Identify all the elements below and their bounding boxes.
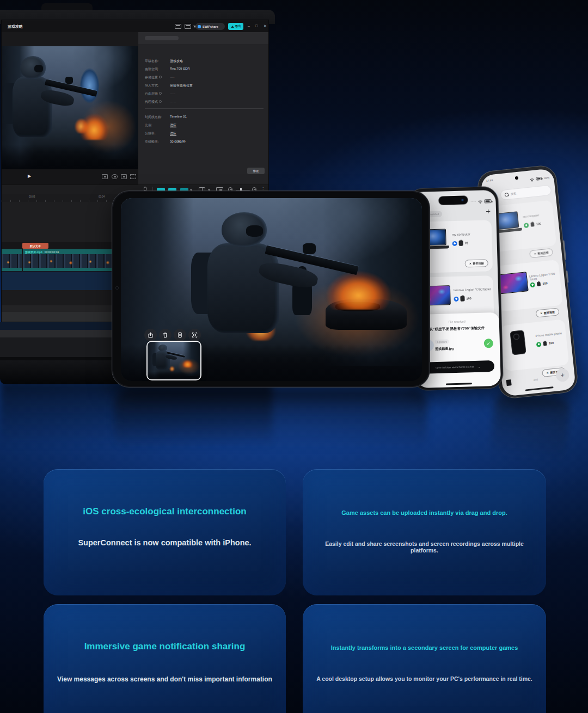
prop-value: 保留在原有位置 xyxy=(170,83,193,88)
tablet-reflection xyxy=(114,390,427,450)
feature-subtitle: View messages across screens and don't m… xyxy=(56,675,274,683)
text-clip[interactable]: 默认文本 xyxy=(22,243,48,249)
prop-value: ----- xyxy=(170,76,174,79)
play-button[interactable]: ▶ xyxy=(28,174,31,179)
feature-title: Instantly transforms into a secondary sc… xyxy=(317,644,531,651)
minimize-button[interactable]: – xyxy=(248,23,250,29)
device-name: iPhone mobile phone xyxy=(535,331,562,337)
phone-reflection xyxy=(489,391,571,464)
success-check-icon: ✓ xyxy=(484,339,493,348)
wifi-icon xyxy=(477,196,482,206)
prop-label: 分辨率: xyxy=(145,131,156,136)
share-button[interactable] xyxy=(144,329,157,341)
focus-icon[interactable] xyxy=(112,174,118,179)
feature-title: Game assets can be uploaded instantly vi… xyxy=(317,509,531,516)
prop-value: --- --- xyxy=(170,100,176,103)
battery-icon xyxy=(459,241,463,246)
disconnect-button[interactable]: ×断开连接 xyxy=(529,248,553,258)
open-folder-button[interactable]: Open the folder where the file is saved … xyxy=(422,360,495,374)
search-icon xyxy=(505,193,509,197)
device-name: my computer xyxy=(452,232,470,236)
document-icon[interactable] xyxy=(506,379,512,386)
prop-label: 导入方式: xyxy=(145,83,159,88)
feature-card-ios-interconnection: iOS cross-ecological interconnection Sup… xyxy=(44,469,286,595)
upload-icon xyxy=(231,26,234,28)
battery-level: 100 xyxy=(466,297,471,300)
modify-button[interactable]: 修改 xyxy=(247,168,265,174)
feature-subtitle: A cool desktop setup allows you to monit… xyxy=(315,675,534,682)
close-icon: × xyxy=(469,262,471,265)
share-app-icon xyxy=(198,25,201,28)
device-card[interactable]: Lenovo Legion Y700 Tablet 100 ×断开连接 xyxy=(494,260,563,312)
signal-dots: ···· xyxy=(470,200,476,203)
panel-split-icon[interactable] xyxy=(185,24,191,29)
connected-icon xyxy=(524,223,529,228)
notes-button[interactable] xyxy=(174,329,186,341)
tablet-mockup xyxy=(112,190,430,388)
share-account-button[interactable]: SWIPshare xyxy=(195,23,225,30)
battery-icon xyxy=(536,176,542,180)
add-device-button[interactable]: + xyxy=(486,206,491,216)
export-button[interactable]: 导出 xyxy=(228,23,243,30)
info-icon xyxy=(159,92,162,95)
disconnect-label: 断开连接 xyxy=(537,251,549,255)
device-card[interactable]: iPhone mobile phone 100 ×断开连接 xyxy=(500,319,569,371)
preview-controls: ▶ xyxy=(2,169,138,185)
panel-layout-icon[interactable] xyxy=(175,24,181,29)
disconnect-label: 断开连接 xyxy=(473,262,484,266)
feature-card-secondary-screen: Instantly transforms into a secondary sc… xyxy=(303,604,546,713)
prop-label: 比例: xyxy=(145,123,152,128)
lens-button[interactable] xyxy=(188,329,201,341)
editor-window-title: 游戏攻略 xyxy=(8,24,23,29)
battery-icon xyxy=(484,199,491,203)
delete-button[interactable] xyxy=(159,329,171,341)
ratio-icon[interactable] xyxy=(121,174,127,179)
connected-icon xyxy=(454,296,458,301)
screenshot-thumbnail[interactable] xyxy=(146,341,201,380)
close-icon: × xyxy=(534,252,536,255)
file-name: 游戏截图.jpg xyxy=(435,346,454,352)
battery-icon xyxy=(537,282,541,287)
feature-subtitle: SuperConnect is now compatible with iPho… xyxy=(56,538,274,547)
close-button[interactable]: ✕ xyxy=(264,23,267,29)
battery-percent: 100% xyxy=(543,176,549,179)
battery-icon xyxy=(530,222,534,227)
timecode-icon[interactable] xyxy=(102,174,108,179)
properties-breadcrumb xyxy=(145,36,179,40)
search-input[interactable]: 搜索 xyxy=(500,185,552,201)
export-label: 导出 xyxy=(235,24,241,28)
clip-thumbnails[interactable] xyxy=(2,254,22,268)
prop-value[interactable]: 适应 xyxy=(170,123,176,128)
power-button xyxy=(566,271,568,282)
text-clip-label: 默认文本 xyxy=(30,244,41,248)
home-indicator[interactable] xyxy=(525,386,554,391)
maximize-button[interactable]: □ xyxy=(255,23,258,29)
draft-properties-panel: 草稿名称:游戏攻略 色彩空间:Rec.709 SDR 存储位置----- 导入方… xyxy=(138,32,269,185)
disconnect-button[interactable]: ×断开连接 xyxy=(536,308,560,317)
media-panel-header xyxy=(2,32,138,46)
close-icon: × xyxy=(540,311,542,315)
video-clip-footer xyxy=(2,268,22,271)
video-clip-header[interactable] xyxy=(2,249,22,254)
feature-card-drag-drop: Game assets can be uploaded instantly vi… xyxy=(303,469,546,595)
feature-card-notification-sharing: Immersive game notification sharing View… xyxy=(44,604,286,713)
add-device-button[interactable]: + xyxy=(555,368,569,382)
fullscreen-icon[interactable] xyxy=(130,174,136,179)
disconnect-button[interactable]: ×断开连接 xyxy=(465,259,488,267)
disconnect-label: 断开连接 xyxy=(544,310,555,315)
tablet-screen xyxy=(121,198,422,381)
prop-label: 代理模式 xyxy=(145,100,158,105)
prop-value: Rec.709 SDR xyxy=(170,67,190,70)
device-name: Lenovo Legion Y700 Tablet xyxy=(529,272,560,281)
divider xyxy=(145,108,264,109)
battery-icon xyxy=(460,296,464,302)
feature-title: iOS cross-ecological interconnection xyxy=(58,506,272,517)
video-preview[interactable] xyxy=(2,46,138,169)
battery-level: 100 xyxy=(542,281,548,285)
wifi-icon xyxy=(529,174,535,185)
battery-level: 100 xyxy=(536,222,542,226)
search-placeholder: 搜索 xyxy=(511,192,517,196)
file-count-badge: 1 picture xyxy=(435,339,450,344)
prop-label: 时间线名称: xyxy=(145,115,162,120)
prop-value[interactable]: 适应 xyxy=(170,131,176,136)
